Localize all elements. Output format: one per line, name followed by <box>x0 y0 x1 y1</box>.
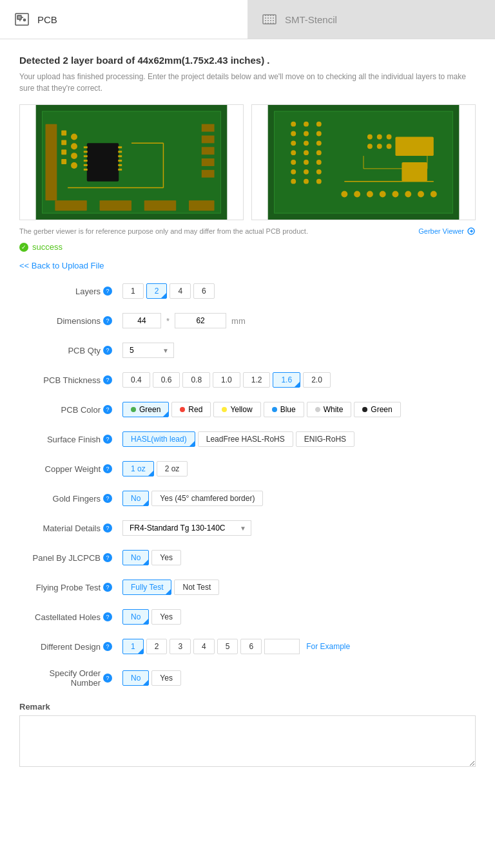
svg-point-50 <box>291 140 296 146</box>
svg-rect-25 <box>84 160 88 162</box>
dimensions-help-icon[interactable]: ? <box>103 316 112 325</box>
panel-opt-no[interactable]: No <box>122 550 149 565</box>
smt-icon <box>260 10 278 28</box>
color-opt-green[interactable]: Green <box>122 402 169 417</box>
probe-opt-fully[interactable]: Fully Test <box>122 580 171 595</box>
design-opt-1[interactable]: 1 <box>122 639 144 654</box>
panel-opt-yes[interactable]: Yes <box>151 550 181 565</box>
svg-point-71 <box>367 134 373 139</box>
color-opt-black[interactable]: Green <box>354 402 400 417</box>
pcb-qty-select[interactable]: 5 10 15 20 25 30 50 100 <box>122 343 174 358</box>
surface-finish-row: Surface Finish ? HASL(with lead) LeadFre… <box>19 431 476 447</box>
design-opt-3[interactable]: 3 <box>170 639 191 654</box>
svg-rect-1 <box>17 15 21 19</box>
color-opt-yellow[interactable]: Yellow <box>213 402 260 417</box>
pcb-back-image <box>251 104 476 220</box>
svg-point-78 <box>354 191 360 198</box>
castellated-holes-help-icon[interactable]: ? <box>103 612 112 621</box>
design-opt-2[interactable]: 2 <box>146 639 168 654</box>
svg-rect-32 <box>118 164 122 166</box>
castellated-opt-no[interactable]: No <box>122 609 149 625</box>
panel-jlcpcb-label: Panel By JLCPCB ? <box>19 553 122 563</box>
copper-opt-1oz[interactable]: 1 oz <box>122 461 154 476</box>
specify-opt-no[interactable]: No <box>122 670 149 686</box>
svg-point-79 <box>367 191 373 198</box>
layers-opt-4[interactable]: 4 <box>170 283 191 299</box>
panel-jlcpcb-help-icon[interactable]: ? <box>103 553 112 562</box>
tab-pcb-label: PCB <box>37 14 57 25</box>
layers-opt-6[interactable]: 6 <box>193 283 215 299</box>
copper-opt-2oz[interactable]: 2 oz <box>157 461 188 476</box>
svg-rect-5 <box>263 15 276 24</box>
dimensions-label: Dimensions ? <box>19 316 122 326</box>
material-details-help-icon[interactable]: ? <box>103 524 112 533</box>
specify-order-help-icon[interactable]: ? <box>103 674 112 683</box>
layers-opt-2[interactable]: 2 <box>146 283 168 299</box>
specify-order-label: Specify Order Number ? <box>19 668 122 688</box>
thickness-opt-10[interactable]: 1.0 <box>213 372 240 388</box>
tab-smt[interactable]: SMT-Stencil <box>248 0 495 39</box>
gerber-viewer-link[interactable]: Gerber Viewer <box>418 227 476 236</box>
pcb-color-help-icon[interactable]: ? <box>103 405 112 414</box>
svg-rect-37 <box>202 158 215 166</box>
gold-opt-yes[interactable]: Yes (45° chamfered border) <box>151 491 263 506</box>
for-example-link[interactable]: For Example <box>306 642 350 651</box>
design-opt-4[interactable]: 4 <box>193 639 215 654</box>
svg-point-57 <box>304 140 309 146</box>
gold-fingers-row: Gold Fingers ? No Yes (45° chamfered bor… <box>19 491 476 506</box>
tab-pcb[interactable]: PCB <box>0 0 248 39</box>
gold-fingers-help-icon[interactable]: ? <box>103 494 112 503</box>
pcb-qty-help-icon[interactable]: ? <box>103 346 112 355</box>
probe-opt-not[interactable]: Not Test <box>174 580 219 595</box>
design-opt-5[interactable]: 5 <box>217 639 238 654</box>
design-opt-6[interactable]: 6 <box>240 639 262 654</box>
different-design-help-icon[interactable]: ? <box>103 642 112 651</box>
layers-help-icon[interactable]: ? <box>103 287 112 296</box>
svg-rect-35 <box>202 135 215 143</box>
success-message: success <box>19 242 476 252</box>
svg-point-51 <box>291 150 296 155</box>
pcb-thickness-help-icon[interactable]: ? <box>103 375 112 384</box>
thickness-opt-12[interactable]: 1.2 <box>243 372 271 388</box>
thickness-opt-06[interactable]: 0.6 <box>153 372 180 388</box>
dimensions-height-input[interactable] <box>175 313 226 328</box>
thickness-opt-16[interactable]: 1.6 <box>273 372 300 388</box>
surface-finish-help-icon[interactable]: ? <box>103 435 112 444</box>
svg-rect-26 <box>84 164 88 166</box>
pcb-thickness-control: 0.4 0.6 0.8 1.0 1.2 1.6 2.0 <box>122 372 331 388</box>
dimensions-width-input[interactable] <box>122 313 161 328</box>
color-opt-blue[interactable]: Blue <box>264 402 304 417</box>
thickness-opt-04[interactable]: 0.4 <box>122 372 150 388</box>
gold-opt-no[interactable]: No <box>122 491 149 506</box>
different-design-label: Different Design ? <box>19 642 122 652</box>
svg-rect-33 <box>118 169 122 171</box>
flying-probe-help-icon[interactable]: ? <box>103 583 112 592</box>
surface-opt-hasl[interactable]: HASL(with lead) <box>122 431 195 447</box>
pcb-icon <box>13 10 31 28</box>
pcb-qty-select-wrap: 5 10 15 20 25 30 50 100 ▼ <box>122 343 174 358</box>
svg-rect-40 <box>100 200 131 211</box>
remark-textarea[interactable] <box>19 715 476 767</box>
castellated-opt-yes[interactable]: Yes <box>151 609 181 625</box>
copper-weight-label: Copper Weight ? <box>19 464 122 474</box>
surface-opt-leadfree[interactable]: LeadFree HASL-RoHS <box>198 431 293 447</box>
gold-fingers-label: Gold Fingers ? <box>19 494 122 504</box>
back-link[interactable]: << Back to Upload File <box>19 261 104 270</box>
color-opt-white[interactable]: White <box>307 402 352 417</box>
thickness-opt-20[interactable]: 2.0 <box>303 372 331 388</box>
svg-point-49 <box>291 131 296 137</box>
copper-weight-help-icon[interactable]: ? <box>103 464 112 473</box>
layers-opt-1[interactable]: 1 <box>122 283 144 299</box>
design-custom-input[interactable] <box>264 639 300 654</box>
surface-opt-enig[interactable]: ENIG-RoHS <box>296 431 354 447</box>
svg-rect-23 <box>84 151 88 153</box>
svg-point-74 <box>367 144 373 149</box>
svg-rect-31 <box>118 160 122 162</box>
svg-point-80 <box>380 191 386 198</box>
specify-opt-yes[interactable]: Yes <box>151 670 181 686</box>
thickness-opt-08[interactable]: 0.8 <box>182 372 210 388</box>
specify-order-control: No Yes <box>122 670 181 686</box>
copper-weight-row: Copper Weight ? 1 oz 2 oz <box>19 461 476 476</box>
color-opt-red[interactable]: Red <box>171 402 211 417</box>
material-select[interactable]: FR4-Standard Tg 130-140C <box>122 520 251 536</box>
